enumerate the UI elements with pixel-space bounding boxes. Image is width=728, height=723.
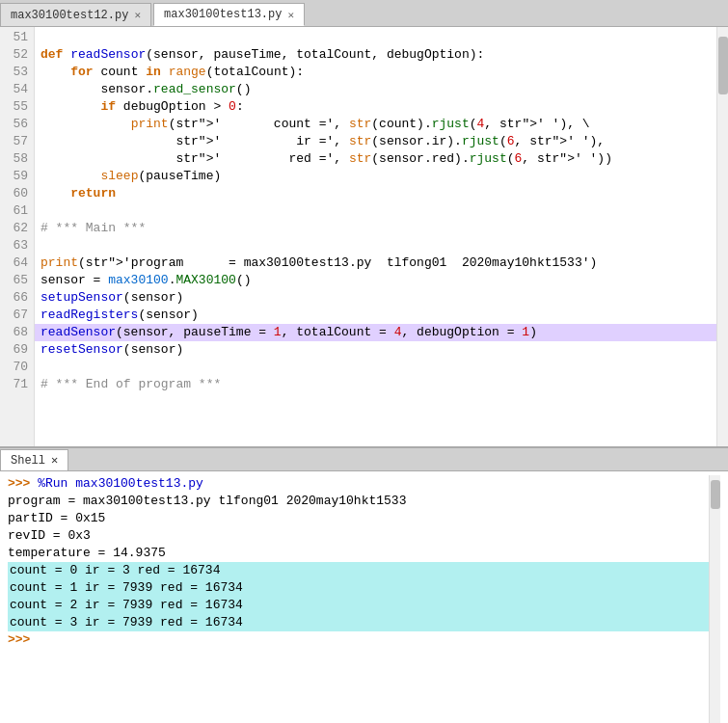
editor-scrollbar-thumb[interactable] [718,37,728,94]
shell-output-line: partID = 0x15 [8,510,709,527]
shell-output-line: count = 3 ir = 7939 red = 16734 [8,614,709,631]
shell-scrollbar-thumb[interactable] [711,480,720,509]
editor-area: 5152535455565758596061626364656667686970… [0,27,728,446]
shell-output-line: count = 2 ir = 7939 red = 16734 [8,597,709,614]
shell-tab-bar: Shell ✕ [0,446,728,471]
shell-scrollbar[interactable] [709,475,720,723]
shell-prompt: >>> [8,476,38,491]
tab-bar: max30100test12.py ✕ max30100test13.py ✕ [0,0,728,27]
shell-area: >>> %Run max30100test13.pyprogram = max3… [0,471,728,723]
tab-file1-close[interactable]: ✕ [134,9,141,21]
tab-file2-close[interactable]: ✕ [287,9,294,21]
line-numbers: 5152535455565758596061626364656667686970… [0,27,35,446]
shell-content: >>> %Run max30100test13.pyprogram = max3… [8,475,709,723]
tab-file1[interactable]: max30100test12.py ✕ [0,3,151,26]
shell-output-line: program = max30100test13.py tlfong01 202… [8,493,709,510]
shell-output-line: temperature = 14.9375 [8,545,709,562]
shell-output-line: revID = 0x3 [8,527,709,545]
tab-file2-label: max30100test13.py [164,8,282,21]
editor-scrollbar[interactable] [716,27,728,446]
tab-file1-label: max30100test12.py [11,9,128,22]
shell-command: %Run max30100test13.py [38,476,203,491]
code-content[interactable]: def readSensor(sensor, pauseTime, totalC… [35,27,716,446]
tab-file2[interactable]: max30100test13.py ✕ [153,3,305,26]
shell-tab-label: Shell [11,454,45,468]
shell-output-line: count = 1 ir = 7939 red = 16734 [8,579,709,597]
shell-tab[interactable]: Shell ✕ [0,449,68,470]
shell-output-line: count = 0 ir = 3 red = 16734 [8,562,709,579]
shell-final-prompt: >>> [8,632,30,647]
shell-tab-close[interactable]: ✕ [51,453,58,468]
